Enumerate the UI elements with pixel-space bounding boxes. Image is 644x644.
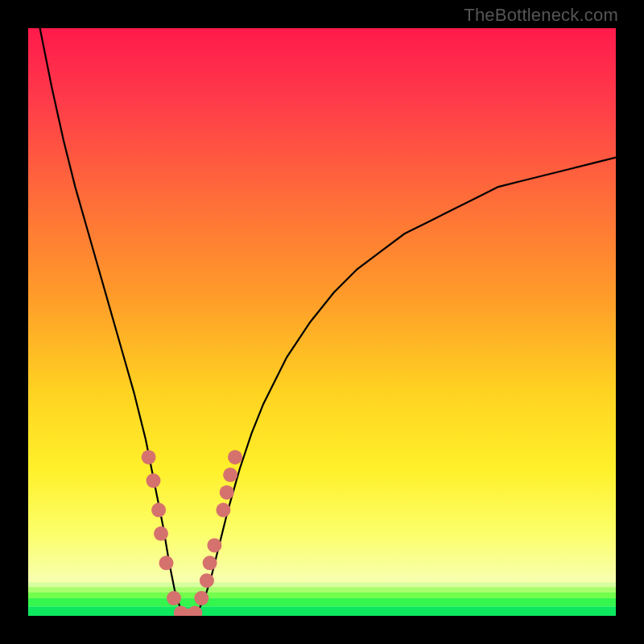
- watermark-text: TheBottleneck.com: [464, 5, 618, 26]
- curve-marker: [167, 591, 181, 605]
- curve-marker: [200, 573, 214, 588]
- curve-marker: [194, 591, 208, 605]
- green-strip: [28, 592, 616, 598]
- gradient-background: [28, 28, 616, 616]
- curve-marker: [159, 555, 174, 570]
- curve-marker: [203, 555, 217, 570]
- green-strip: [28, 606, 616, 616]
- green-strip: [28, 587, 616, 592]
- green-strip-group: [28, 582, 616, 616]
- curve-marker: [228, 450, 242, 464]
- chart-frame: TheBottleneck.com: [0, 0, 644, 644]
- curve-marker: [223, 468, 237, 482]
- curve-marker: [220, 485, 234, 500]
- green-strip: [28, 598, 616, 606]
- curve-marker: [151, 503, 166, 518]
- curve-marker: [154, 526, 168, 541]
- curve-marker: [142, 450, 156, 464]
- curve-marker: [216, 503, 230, 518]
- green-strip: [28, 582, 616, 587]
- curve-marker: [147, 473, 161, 488]
- chart-svg: [28, 28, 616, 616]
- curve-marker: [207, 538, 221, 552]
- plot-area: [28, 28, 616, 616]
